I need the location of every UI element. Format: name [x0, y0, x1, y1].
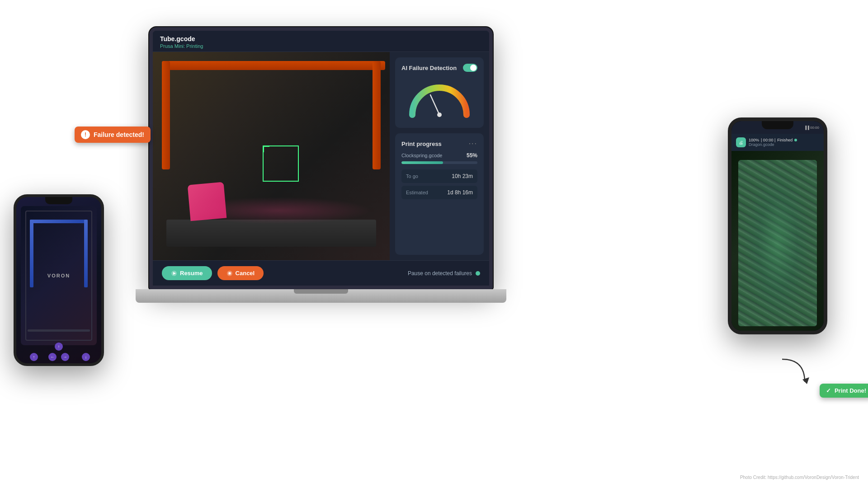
phone-infobar: 🖨 100% | 00:00 | Finished Dragon.gcode — [731, 134, 824, 151]
gauge-container — [401, 76, 477, 122]
phone-finished: Finished — [777, 138, 793, 142]
phone-time: | 00:00 | — [761, 138, 775, 142]
resume-button[interactable]: Resume — [162, 266, 212, 280]
printer-icon-circle: 🖨 — [736, 137, 746, 147]
dragon-print — [738, 160, 817, 326]
phone-right-notch — [762, 121, 793, 129]
laptop-screen: Tube.gcode Prusa Mini: Printing — [149, 27, 493, 289]
cancel-button[interactable]: Cancel — [217, 266, 264, 280]
laptop-bottombar: Resume Cancel Pause on detected failures — [153, 260, 489, 286]
progress-menu[interactable]: ··· — [469, 140, 477, 148]
phone-status-text: ▐▐ 00:00 — [804, 126, 819, 130]
svg-marker-6 — [802, 377, 809, 384]
ai-toggle[interactable] — [463, 64, 477, 72]
phone-right: ▐▐ 00:00 🖨 100% | 00:00 | Finished Drago… — [728, 117, 827, 334]
phone-infobar-details: 100% | 00:00 | Finished Dragon.gcode — [749, 138, 819, 147]
right-arrow-btn[interactable]: → — [61, 353, 69, 361]
play-icon — [171, 270, 177, 277]
ai-failure-card: AI Failure Detection — [395, 57, 484, 128]
printer-status: Prusa Mini: Printing — [160, 43, 482, 49]
laptop: Tube.gcode Prusa Mini: Printing — [149, 27, 493, 334]
printer-icon: 🖨 — [739, 140, 743, 145]
progress-bar — [401, 161, 477, 164]
ai-card-title: AI Failure Detection — [401, 65, 457, 71]
camera-view — [153, 52, 390, 260]
failure-text: Failure detected! — [94, 131, 144, 138]
file-title: Tube.gcode — [160, 35, 482, 42]
phone-left-notch — [45, 197, 72, 204]
phone-left: VORON ↑ ← → ↑ ↓ — [14, 194, 104, 366]
pause-on-failures: Pause on detected failures — [408, 270, 480, 277]
svg-rect-5 — [228, 272, 231, 274]
arrow-svg — [778, 355, 814, 391]
stat-row-togo: To go 10h 23m — [401, 169, 477, 183]
estimated-value: 1d 8h 16m — [447, 189, 473, 196]
phone-status-row: 100% | 00:00 | Finished — [749, 138, 819, 142]
svg-line-0 — [430, 95, 439, 115]
pause-label-text: Pause on detected failures — [408, 270, 472, 277]
left-arrow-btn[interactable]: ← — [48, 353, 57, 361]
up-arrow-btn[interactable]: ↑ — [55, 343, 63, 351]
togo-value: 10h 23m — [452, 173, 473, 179]
progress-percent: 55% — [467, 152, 477, 159]
cancel-label: Cancel — [236, 270, 255, 277]
laptop-topbar: Tube.gcode Prusa Mini: Printing — [153, 31, 489, 52]
toggle-knob — [470, 65, 476, 71]
estimated-label: Estimated — [406, 190, 428, 195]
pause-dot — [476, 271, 480, 276]
down-arrow-btn[interactable]: ↓ — [82, 353, 90, 361]
laptop-base — [136, 289, 506, 303]
alert-icon: ! — [81, 130, 90, 139]
photo-credit: Photo Credit: https://github.com/VoronDe… — [740, 475, 859, 480]
resume-label: Resume — [180, 270, 203, 277]
progress-bar-fill — [401, 161, 443, 164]
phone-filename: Dragon.gcode — [749, 142, 819, 147]
phone-green-dot — [794, 139, 797, 141]
stat-row-estimated: Estimated 1d 8h 16m — [401, 186, 477, 199]
togo-label: To go — [406, 174, 418, 179]
phone-percent: 100% — [749, 138, 759, 142]
voron-camera-view: VORON — [21, 206, 97, 345]
failure-badge: ! Failure detected! — [75, 127, 151, 143]
progress-card-title: Print progress — [401, 141, 442, 147]
progress-filename: Clockspring.gcode — [401, 153, 443, 158]
right-panel: AI Failure Detection — [390, 52, 489, 260]
voron-label: VORON — [47, 273, 70, 278]
stop-icon — [226, 270, 233, 277]
failure-gauge — [406, 79, 473, 119]
phone-photo-area — [731, 151, 824, 331]
detection-box — [263, 145, 299, 182]
print-done-badge: ✓ Print Done! — [820, 384, 868, 398]
print-progress-card: Print progress ··· Clockspring.gcode 55%… — [395, 133, 484, 255]
svg-point-1 — [437, 113, 442, 117]
checkmark-icon: ✓ — [826, 387, 831, 394]
print-done-text: Print Done! — [835, 387, 866, 394]
